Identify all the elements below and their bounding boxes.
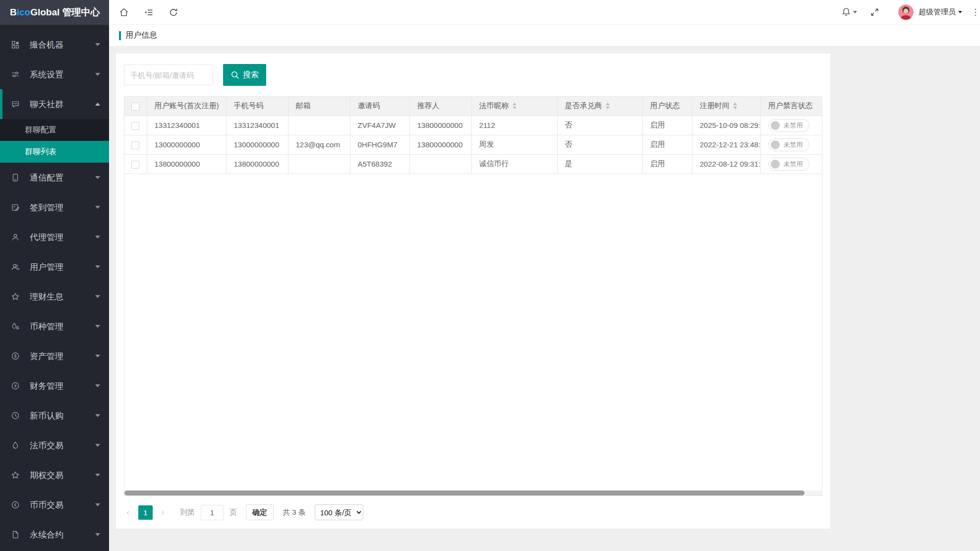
sidebar-item-label: 币种管理 — [30, 321, 95, 332]
row-checkbox[interactable] — [131, 161, 139, 169]
home-icon[interactable] — [119, 7, 129, 17]
scrollbar-thumb[interactable] — [124, 490, 805, 495]
chevron-down-icon — [958, 11, 962, 13]
sidebar-item[interactable]: 用户管理 — [0, 252, 109, 282]
notifications-button[interactable] — [841, 7, 857, 17]
column-header-label: 用户账号(首次注册) — [155, 101, 219, 111]
page-size-select[interactable]: 100 条/页 — [315, 504, 363, 520]
title-accent-bar — [119, 31, 121, 40]
refresh-icon[interactable] — [169, 7, 178, 17]
content-area: 搜索 用户账号(首次注册)手机号码邮箱邀请码推荐人法币昵称是否承兑商用户状态注册… — [109, 47, 980, 551]
sidebar-item-label: 法币交易 — [30, 440, 95, 451]
chevron-down-icon — [95, 325, 100, 328]
sidebar-item[interactable]: 永续合约 — [0, 520, 109, 550]
logo-text-ico: ico — [17, 7, 30, 18]
top-header: 超级管理员 ⋮ — [109, 0, 980, 25]
sidebar-item[interactable]: 系统设置 — [0, 60, 109, 89]
table-cell: 否 — [557, 116, 642, 135]
sidebar-item[interactable]: 签到管理 — [0, 192, 109, 222]
sidebar-item[interactable]: 聊天社群 — [0, 89, 109, 119]
sidebar-item-label: 资产管理 — [30, 351, 95, 362]
sidebar-item-label: 系统设置 — [30, 69, 95, 80]
sidebar-subitem[interactable]: 群聊列表 — [0, 141, 109, 163]
star-icon — [11, 471, 22, 480]
table-cell: 13312340001 — [147, 116, 226, 135]
sliders-icon — [11, 70, 22, 79]
select-all-checkbox[interactable] — [131, 103, 139, 111]
sidebar-item[interactable]: ¥财务管理 — [0, 371, 109, 401]
sidebar-item[interactable]: 法币交易 — [0, 430, 109, 460]
table-row: 1300000000013000000000123@qq.com0HFHG9M7… — [124, 135, 822, 154]
sidebar-item-label: 永续合约 — [30, 529, 95, 541]
search-button[interactable]: 搜索 — [223, 64, 266, 86]
sidebar-menu: 撮合机器系统设置聊天社群群聊配置群聊列表通信配置签到管理代理管理用户管理理财生息… — [0, 25, 109, 550]
logo-text-rest: Global 管理中心 — [30, 6, 100, 19]
chevron-down-icon — [95, 176, 100, 179]
sidebar-item[interactable]: 理财生息 — [0, 282, 109, 311]
ban-status-toggle[interactable]: 未禁用 — [768, 138, 809, 151]
sidebar-item[interactable]: 撮合机器 — [0, 30, 109, 60]
table-cell — [288, 154, 350, 174]
chevron-down-icon — [95, 43, 100, 46]
horizontal-scrollbar — [124, 490, 822, 495]
table-cell: 13800000000 — [147, 154, 226, 174]
row-checkbox[interactable] — [131, 141, 139, 149]
table-cell: 13000000000 — [226, 135, 288, 154]
chevron-down-icon — [95, 384, 100, 387]
sort-icon[interactable] — [513, 103, 517, 109]
sidebar-item[interactable]: 新币认购 — [0, 401, 109, 430]
column-header-label: 手机号码 — [234, 101, 264, 111]
column-header: 用户状态 — [642, 97, 692, 116]
sort-icon[interactable] — [606, 103, 610, 109]
table-cell: 13800000000 — [226, 154, 288, 174]
sidebar-item[interactable]: 币种管理 — [0, 311, 109, 341]
chevron-down-icon — [95, 355, 100, 358]
current-page-button[interactable]: 1 — [138, 505, 153, 520]
chevron-down-icon — [95, 444, 100, 447]
sort-icon[interactable] — [733, 103, 737, 109]
fullscreen-icon[interactable] — [870, 7, 879, 17]
sidebar-item-label: 期权交易 — [30, 470, 95, 481]
sidebar-item-label: 理财生息 — [30, 291, 95, 303]
table-cell: 周发 — [471, 135, 557, 154]
column-header: 手机号码 — [226, 97, 288, 116]
table-cell: 启用 — [642, 135, 692, 154]
flame-icon — [11, 441, 22, 450]
tablet-icon — [11, 173, 22, 182]
sidebar-item-label: 币币交易 — [30, 499, 95, 511]
svg-text:$: $ — [14, 354, 16, 359]
search-input[interactable] — [124, 64, 213, 85]
more-options-icon[interactable]: ⋮ — [971, 8, 977, 16]
column-header-label: 邮箱 — [296, 101, 311, 111]
column-header-label: 是否承兑商 — [565, 101, 602, 111]
avatar[interactable] — [898, 4, 914, 20]
table-cell: A5T68392 — [350, 154, 409, 174]
ban-status-toggle[interactable]: 未禁用 — [768, 119, 809, 132]
row-checkbox[interactable] — [131, 122, 139, 130]
star-icon — [11, 292, 22, 301]
ban-status-toggle[interactable]: 未禁用 — [768, 158, 809, 171]
table-cell: 2025-10-09 08:29:56 — [692, 116, 760, 135]
goto-page-input[interactable] — [201, 505, 224, 520]
sidebar-item[interactable]: 通信配置 — [0, 163, 109, 192]
user-menu[interactable]: 超级管理员 — [919, 7, 962, 17]
chevron-down-icon — [95, 295, 100, 298]
confirm-page-button[interactable]: 确定 — [246, 504, 274, 520]
sidebar-subitem[interactable]: 群聊配置 — [0, 119, 109, 141]
sidebar-item-label: 撮合机器 — [30, 39, 95, 51]
sidebar-item[interactable]: $资产管理 — [0, 341, 109, 371]
sidebar-submenu: 群聊配置群聊列表 — [0, 119, 109, 163]
prev-page-icon[interactable]: ‹ — [124, 507, 132, 517]
collapse-menu-icon[interactable] — [144, 7, 154, 17]
yen-icon: ¥ — [11, 381, 22, 390]
search-button-label: 搜索 — [243, 70, 259, 80]
sidebar-item[interactable]: 币币交易 — [0, 490, 109, 520]
table-container: 用户账号(首次注册)手机号码邮箱邀请码推荐人法币昵称是否承兑商用户状态注册时间用… — [124, 96, 822, 496]
sidebar-item[interactable]: 期权交易 — [0, 460, 109, 490]
sidebar-item[interactable]: 代理管理 — [0, 222, 109, 252]
column-header: 邀请码 — [350, 97, 409, 116]
table-cell: 2022-12-21 23:48:43 — [692, 135, 760, 154]
ban-status-cell: 未禁用 — [760, 135, 822, 154]
sidebar-item-label: 新币认购 — [30, 410, 95, 422]
next-page-icon[interactable]: › — [159, 507, 167, 517]
